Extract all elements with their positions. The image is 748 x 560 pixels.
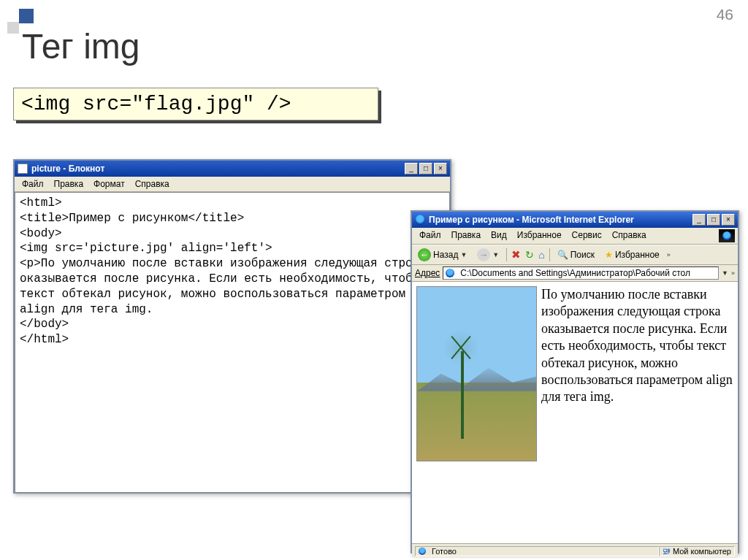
notepad-titlebar[interactable]: picture - Блокнот _ □ ×	[15, 161, 450, 177]
menu-help[interactable]: Справка	[608, 229, 651, 242]
ie-min-button[interactable]: _	[692, 214, 706, 226]
refresh-icon[interactable]: ↻	[525, 249, 534, 261]
menu-tools[interactable]: Сервис	[568, 229, 606, 242]
ie-window: Пример с рисунком - Microsoft Internet E…	[411, 210, 739, 553]
ie-page-body[interactable]: По умолчанию после вставки изображения с…	[412, 282, 738, 543]
stop-icon[interactable]: ✖	[511, 248, 521, 261]
star-icon: ★	[605, 250, 613, 260]
favorites-button[interactable]: ★ Избранное	[602, 249, 663, 261]
menu-edit[interactable]: Правка	[447, 229, 486, 242]
notepad-min-button[interactable]: _	[405, 163, 418, 174]
ie-title: Пример с рисунком - Microsoft Internet E…	[429, 215, 692, 225]
slide-title: Тег img	[22, 26, 140, 66]
menu-help[interactable]: Справка	[131, 178, 174, 190]
ie-max-button[interactable]: □	[707, 214, 720, 226]
status-ready: Готово	[415, 546, 659, 556]
notepad-text[interactable]: <html> <title>Пример с рисунком</title> …	[15, 193, 449, 350]
ie-menubar: Файл Правка Вид Избранное Сервис Справка	[412, 228, 738, 245]
address-dropdown-icon[interactable]: ▼	[722, 269, 728, 277]
status-zone: 🖳 Мой компьютер	[659, 546, 735, 556]
page-icon	[446, 269, 454, 277]
ie-toolbar: ← Назад ▼ → ▼ ✖ ↻ ⌂ 🔍 Поиск ★ Избранное …	[412, 245, 738, 265]
ie-statusbar: Готово 🖳 Мой компьютер	[412, 543, 738, 558]
page-number: 46	[717, 6, 733, 23]
home-icon[interactable]: ⌂	[538, 249, 544, 261]
back-button[interactable]: ← Назад ▼	[415, 248, 470, 262]
address-value: C:\Documents and Settings\Администратор\…	[460, 268, 690, 278]
ie-addressbar: Адрес C:\Documents and Settings\Админист…	[412, 265, 738, 282]
favorites-label: Избранное	[615, 250, 660, 260]
menu-format[interactable]: Формат	[89, 178, 129, 190]
menu-edit[interactable]: Правка	[50, 178, 88, 190]
notepad-icon	[18, 164, 28, 174]
forward-button[interactable]: → ▼	[474, 248, 502, 262]
addressbar-overflow-icon[interactable]: »	[731, 269, 735, 277]
ie-close-button[interactable]: ×	[722, 214, 735, 226]
menu-favorites[interactable]: Избранное	[513, 229, 566, 242]
ie-icon	[415, 215, 425, 225]
chevron-down-icon: ▼	[460, 251, 467, 258]
notepad-window: picture - Блокнот _ □ × Файл Правка Форм…	[13, 159, 451, 494]
page-icon	[419, 548, 426, 555]
chevron-down-icon: ▼	[492, 251, 499, 258]
notepad-close-button[interactable]: ×	[434, 163, 447, 174]
address-label: Адрес	[415, 268, 440, 278]
menu-view[interactable]: Вид	[486, 229, 511, 242]
computer-icon: 🖳	[663, 547, 671, 556]
code-example: <img src="flag.jpg" />	[13, 88, 378, 120]
back-label: Назад	[433, 250, 458, 260]
ie-brand-icon	[719, 229, 735, 242]
ie-titlebar[interactable]: Пример с рисунком - Microsoft Internet E…	[412, 212, 738, 228]
notepad-menubar: Файл Правка Формат Справка	[15, 177, 450, 192]
search-button[interactable]: 🔍 Поиск	[554, 249, 598, 261]
page-text: По умолчанию после вставки изображения с…	[541, 287, 733, 404]
back-arrow-icon: ←	[418, 248, 431, 261]
notepad-max-button[interactable]: □	[419, 163, 432, 174]
menu-file[interactable]: Файл	[18, 178, 48, 190]
notepad-body[interactable]: <html> <title>Пример с рисунком</title> …	[15, 192, 450, 493]
search-icon: 🔍	[557, 250, 568, 260]
forward-arrow-icon: →	[477, 248, 490, 261]
search-label: Поиск	[570, 250, 595, 260]
toolbar-overflow-icon[interactable]: »	[667, 251, 671, 258]
address-field[interactable]: C:\Documents and Settings\Администратор\…	[443, 266, 719, 280]
page-image	[416, 286, 537, 461]
menu-file[interactable]: Файл	[415, 229, 446, 242]
notepad-title: picture - Блокнот	[31, 164, 405, 174]
